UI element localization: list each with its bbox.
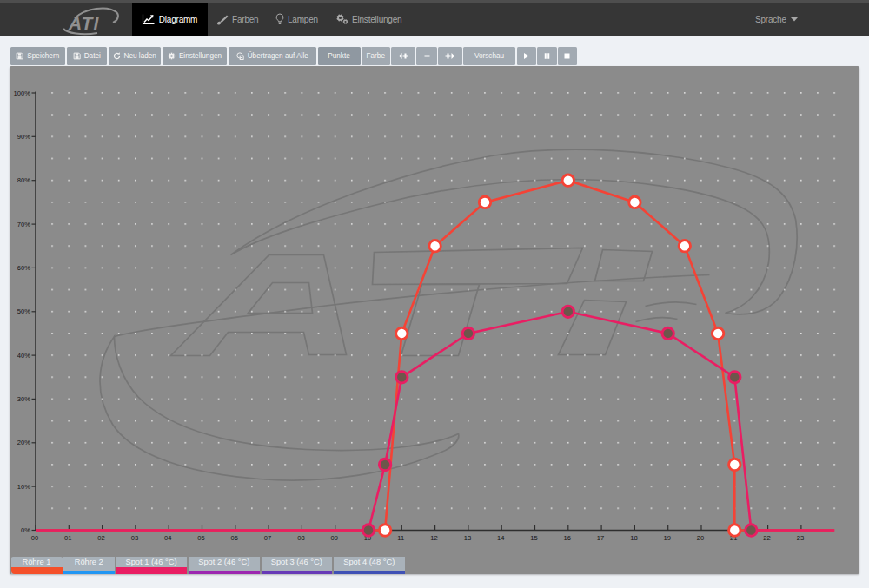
svg-text:07: 07 [263,533,270,541]
svg-text:16: 16 [563,533,570,541]
svg-text:03: 03 [130,533,137,541]
svg-text:04: 04 [163,533,170,541]
svg-text:ATI: ATI [68,13,99,33]
svg-text:18: 18 [630,533,637,541]
svg-text:23: 23 [796,533,803,541]
svg-text:13: 13 [463,533,470,541]
svg-text:20%: 20% [17,439,30,446]
svg-text:30%: 30% [17,395,30,403]
svg-text:22: 22 [763,533,770,541]
svg-text:11: 11 [397,533,404,541]
svg-text:17: 17 [596,533,603,541]
svg-text:40%: 40% [17,351,30,359]
svg-text:14: 14 [496,533,503,541]
svg-text:05: 05 [197,533,204,541]
svg-text:70%: 70% [17,220,30,228]
svg-text:02: 02 [97,533,104,541]
svg-text:09: 09 [330,533,337,541]
svg-text:100%: 100% [13,89,30,96]
svg-text:12: 12 [430,533,437,541]
svg-text:06: 06 [230,533,237,541]
svg-text:60%: 60% [17,264,30,272]
svg-text:20: 20 [696,533,703,541]
svg-text:50%: 50% [17,307,30,315]
svg-text:01: 01 [64,533,71,541]
svg-text:0%: 0% [21,526,30,534]
svg-text:00: 00 [30,533,37,541]
svg-text:10%: 10% [17,482,30,490]
svg-text:19: 19 [663,533,670,541]
svg-text:80%: 80% [17,176,30,184]
svg-text:90%: 90% [17,132,30,140]
svg-text:08: 08 [297,533,304,541]
svg-text:15: 15 [530,533,537,541]
